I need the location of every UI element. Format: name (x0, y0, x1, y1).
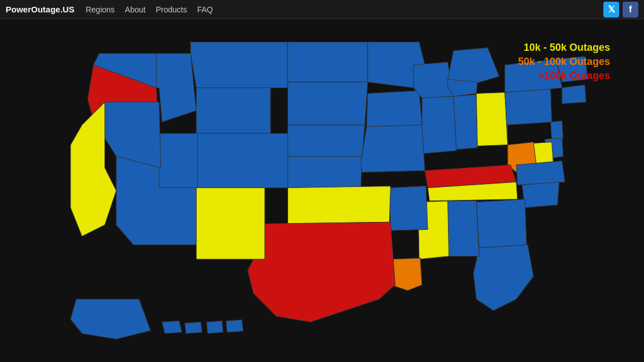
legend-yellow: 10k - 50k Outages (518, 42, 610, 54)
legend-red: >100k Outages (518, 70, 610, 82)
navbar: PowerOutage.US Regions About Products FA… (0, 0, 644, 19)
map-legend: 10k - 50k Outages 50k - 100k Outages >10… (518, 42, 610, 84)
nav-faq[interactable]: FAQ (197, 5, 213, 14)
nav-links: Regions About Products FAQ (86, 5, 603, 14)
twitter-icon[interactable]: 𝕏 (603, 2, 619, 18)
legend-orange: 50k - 100k Outages (518, 56, 610, 68)
nav-products[interactable]: Products (156, 5, 187, 14)
nav-regions[interactable]: Regions (86, 5, 115, 14)
map-container: 10k - 50k Outages 50k - 100k Outages >10… (0, 19, 644, 362)
brand-logo[interactable]: PowerOutage.US (6, 5, 75, 14)
social-icons: 𝕏 f (603, 2, 638, 18)
facebook-icon[interactable]: f (623, 2, 638, 18)
nav-about[interactable]: About (125, 5, 146, 14)
